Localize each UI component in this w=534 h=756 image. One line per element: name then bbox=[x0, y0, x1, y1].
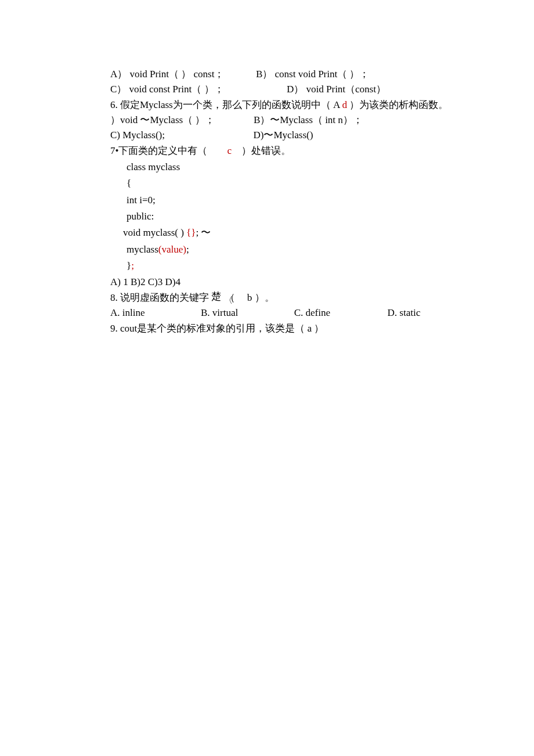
q6-option-row-2: C) Myclass(); D)〜Myclass() bbox=[110, 128, 464, 143]
code-line: int i=0; bbox=[127, 193, 464, 208]
q8-text-b: 楚 bbox=[211, 291, 221, 302]
stray-glyph: 〈 bbox=[224, 294, 233, 307]
q6-answer: d bbox=[342, 99, 348, 110]
q5-option-a: A） void Print（ ） const； bbox=[110, 69, 224, 80]
q7-code-block: class myclass { int i=0; public: void my… bbox=[127, 160, 464, 273]
q5-option-c: C） void const Print（ ）； bbox=[110, 84, 224, 95]
q6-option-row-1: ）void 〜Myclass（ ）； B）〜Myclass（ int n）； bbox=[110, 113, 464, 128]
q7-answer: c bbox=[227, 145, 232, 156]
code-line: class myclass bbox=[127, 160, 464, 175]
q5-option-b: B） const void Print（ ）； bbox=[256, 69, 370, 80]
document-page: A） void Print（ ） const； B） const void Pr… bbox=[0, 0, 464, 336]
q6-text-post: ）为该类的析构函数。 bbox=[347, 99, 448, 110]
code-line: public: bbox=[127, 209, 464, 224]
q7-text-pre: 7•下面类的定义中有（ bbox=[110, 145, 227, 156]
code-line: void myclass( ) {}; 〜 bbox=[123, 225, 464, 240]
q6-option-c: C) Myclass(); bbox=[110, 129, 165, 141]
q8-question: 8. 说明虚函数的关键字 楚 （ b ）。 〈 bbox=[110, 290, 464, 305]
q7-options: A) 1 B)2 C)3 D)4 bbox=[110, 275, 464, 290]
q8-option-d: D. static bbox=[388, 307, 421, 318]
q6-option-b: B）〜Myclass（ int n）； bbox=[254, 114, 363, 125]
q8-options: A. inline B. virtual C. define D. static bbox=[110, 305, 464, 321]
q5-option-d: D） void Print（const） bbox=[287, 84, 386, 95]
q8-option-b: B. virtual bbox=[201, 307, 238, 318]
q7-text-post: ）处错误。 bbox=[232, 145, 291, 156]
q8-option-c: C. define bbox=[294, 307, 330, 318]
q6-text-pre: 6. 假定Myclass为一个类，那么下列的函数说明中（ A bbox=[110, 99, 342, 110]
q6-option-a: ）void 〜Myclass（ ）； bbox=[110, 114, 215, 125]
code-line: }; bbox=[127, 258, 464, 273]
q5-option-row-1: A） void Print（ ） const； B） const void Pr… bbox=[110, 67, 464, 82]
q5-option-row-2: C） void const Print（ ）； D） void Print（co… bbox=[110, 82, 464, 97]
q6-option-d: D)〜Myclass() bbox=[253, 129, 313, 141]
q7-question: 7•下面类的定义中有（ c ）处错误。 bbox=[110, 143, 464, 159]
q8-text-a: 8. 说明虚函数的关键字 bbox=[110, 292, 211, 303]
q8-option-a: A. inline bbox=[110, 307, 145, 318]
code-line: myclass(value); bbox=[127, 242, 464, 257]
q6-question: 6. 假定Myclass为一个类，那么下列的函数说明中（ A d ）为该类的析构… bbox=[110, 98, 464, 113]
code-line: { bbox=[127, 176, 464, 191]
q9-question: 9. cout是某个类的标准对象的引用，该类是（ a ） bbox=[110, 321, 464, 336]
